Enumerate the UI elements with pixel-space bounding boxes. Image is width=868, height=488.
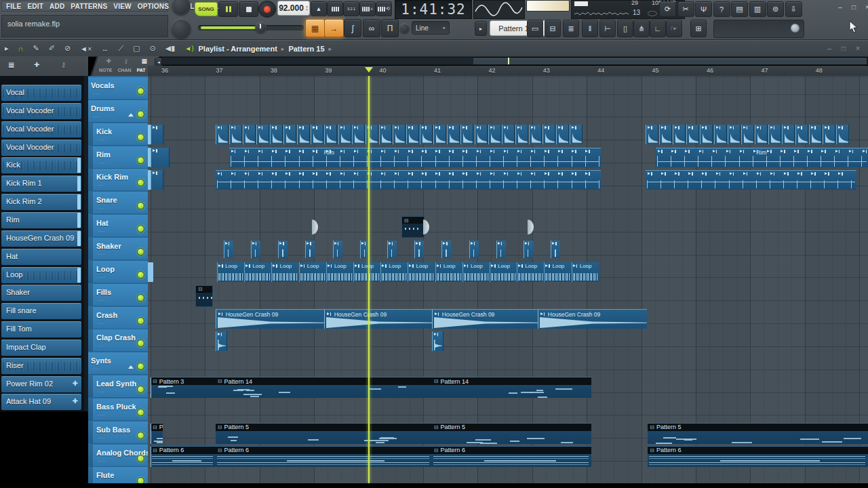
browser-item[interactable]: Loop [1, 267, 81, 283]
save-new-button[interactable]: ▥ [749, 1, 766, 17]
audio-clip-kick[interactable] [433, 125, 446, 144]
magnet-icon[interactable]: ∩ [18, 45, 24, 53]
track-header-drums[interactable]: Drums···· [88, 100, 148, 123]
track-header-crash[interactable]: Crash···· [88, 307, 148, 329]
track-led[interactable] [137, 363, 144, 370]
track-header-flute[interactable]: Flute···· [88, 467, 148, 483]
track-header-vocals[interactable]: Vocals···· [88, 77, 148, 100]
audio-clip-kick[interactable] [755, 125, 768, 144]
audio-clip-kick[interactable] [795, 125, 808, 144]
audio-clip-kick[interactable] [352, 125, 365, 144]
track-led[interactable] [137, 340, 144, 347]
snap-selector[interactable]: Line ▸ [412, 21, 450, 35]
step-jump-button[interactable]: → [324, 19, 344, 37]
collapse-triangle-icon[interactable] [128, 365, 134, 369]
menu-item-view[interactable]: VIEW [113, 3, 131, 10]
browser-item[interactable]: Vocal Vocoder [1, 121, 81, 138]
audio-clip-kick[interactable] [515, 125, 528, 144]
time-display[interactable]: 1:41:32 [395, 0, 472, 19]
audio-clip-kick[interactable] [768, 125, 781, 144]
audio-clip-kick[interactable] [673, 125, 686, 144]
audio-clip-kick[interactable] [836, 125, 849, 144]
recenter-button[interactable]: ⟳ [659, 1, 676, 17]
audio-clip-loop[interactable]: Loop [462, 262, 490, 282]
audio-clip-rim[interactable]: Rim [229, 148, 601, 167]
pattern-clip[interactable]: ⊟Pattern 14 [216, 377, 432, 398]
main-pitch-knob[interactable] [171, 18, 191, 39]
pattern-clip[interactable]: ⊟Pattern 6 [648, 446, 868, 467]
save-button[interactable]: ▤ [731, 1, 748, 17]
audio-clip-shaker[interactable] [414, 241, 424, 258]
audio-clip-kick[interactable] [379, 125, 392, 144]
track-header-loop[interactable]: Loop···· [88, 261, 148, 283]
hint-bar[interactable]: solia remake.flp [1, 15, 168, 37]
audio-clip-shaker[interactable] [224, 241, 233, 258]
pattern-clip[interactable]: ⊟Pattern 14 [432, 377, 591, 398]
track-header-kick[interactable]: Kick···· [88, 123, 148, 146]
browser-tree-button[interactable]: ⊢ [599, 20, 616, 37]
wave-filter-icon[interactable]: ✚ [34, 61, 39, 68]
playlist-h-scrollbar[interactable] [161, 57, 868, 65]
tab-pat[interactable]: PAT [137, 68, 146, 73]
browser-item[interactable]: Fill snare [1, 303, 81, 319]
audio-clip-kick[interactable] [243, 125, 256, 144]
restore-button[interactable]: □ [849, 3, 859, 11]
browser-item[interactable]: Kick Rim 2 [1, 194, 81, 210]
audio-clip-kick[interactable] [297, 125, 310, 144]
play-pause-button[interactable] [218, 1, 238, 17]
audio-clip-hat[interactable] [423, 220, 429, 235]
pattern-clip[interactable]: ⊟Pattern 6 [432, 446, 591, 467]
browser-item[interactable]: Vocal Vocoder [1, 103, 81, 119]
audio-clip-shaker[interactable] [469, 241, 479, 258]
track-header-fills[interactable]: Fills···· [88, 284, 148, 306]
audio-clip-hat[interactable] [528, 220, 534, 235]
minimize-button[interactable]: – [835, 3, 845, 11]
tempo-stepper[interactable]: ▲▼ [305, 5, 309, 12]
audio-clip-kick[interactable] [229, 125, 242, 144]
audio-clip-kickrim[interactable] [216, 170, 601, 190]
track-led[interactable] [137, 294, 144, 302]
piano-filter-icon[interactable]: ▦ [8, 61, 14, 68]
audio-clip-kick[interactable] [311, 125, 323, 144]
pattern-clip[interactable]: ⊟P 5 [151, 423, 163, 444]
audio-clip-kick[interactable] [216, 125, 229, 144]
audio-clip-kick[interactable] [270, 125, 283, 144]
audio-clip-shaker[interactable] [441, 241, 451, 258]
channel-rack-button[interactable]: ▭ [527, 20, 543, 37]
browser-item[interactable]: Vocal [1, 85, 81, 101]
metronome-button[interactable]: ▲ [311, 1, 327, 16]
menu-item-edit[interactable]: EDIT [27, 3, 43, 10]
track-header-analog-chords[interactable]: Analog Chords···· [88, 445, 148, 467]
cut-button[interactable]: ✂ [677, 1, 694, 17]
output-meter[interactable] [526, 0, 570, 12]
track-led[interactable] [137, 432, 144, 439]
browser-item[interactable]: Impact Clap [1, 340, 81, 356]
track-header-snare[interactable]: Snare···· [88, 192, 148, 214]
swing-knob[interactable] [399, 23, 410, 33]
track-led[interactable] [137, 271, 144, 279]
record-button[interactable] [258, 1, 276, 18]
audio-clip-kick[interactable] [324, 125, 337, 144]
audio-clip-loop[interactable]: Loop [517, 262, 544, 282]
audio-clip-kick[interactable] [714, 125, 727, 144]
touch-button[interactable]: ☞ [666, 20, 682, 37]
track-led[interactable] [137, 225, 144, 232]
audio-clip-kick[interactable] [502, 125, 515, 144]
mixer-button[interactable]: ‖ [582, 20, 598, 37]
timeline-ruler[interactable]: 36373839404142434445464748 [148, 66, 868, 77]
track-header-clap-crash[interactable]: Clap Crash···· [88, 329, 148, 352]
audio-clip-kick[interactable] [646, 125, 658, 144]
browser-item[interactable]: Riser [1, 358, 81, 374]
playlist-button[interactable]: ▦ [305, 19, 325, 37]
audio-clip-kick[interactable] [283, 125, 296, 144]
scrollbar-thumb[interactable] [473, 58, 867, 64]
audio-clip-loop[interactable]: Loop [408, 262, 435, 282]
audio-clip-loop[interactable]: Loop [299, 262, 326, 282]
track-led[interactable] [137, 87, 144, 95]
track-led[interactable] [137, 157, 144, 164]
menu-item-file[interactable]: FILE [6, 3, 21, 10]
audio-clip-kick[interactable] [529, 125, 542, 144]
audio-clip-kick[interactable] [447, 125, 460, 144]
tab-chan[interactable]: CHAN [117, 68, 131, 73]
pattern-clip[interactable]: ⊟Pattern 6 [216, 446, 432, 467]
